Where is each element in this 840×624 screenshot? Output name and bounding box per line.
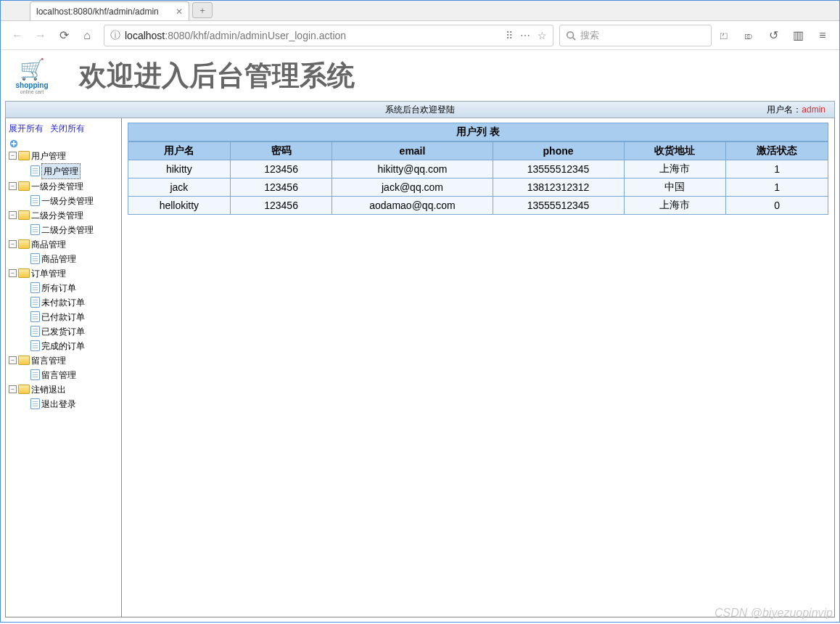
tree-toggle-icon[interactable]: − [9, 385, 17, 393]
tree-leaf-label: 商品管理 [41, 252, 76, 266]
folder-icon [18, 385, 30, 394]
tree-folder-label: 商品管理 [31, 237, 66, 252]
page-title: 欢迎进入后台管理系统 [79, 57, 355, 94]
reader-icon[interactable]: ⠿ [506, 30, 513, 41]
tree-leaf-label: 已付款订单 [41, 310, 85, 324]
window-minimize-button[interactable]: ━ [762, 4, 784, 18]
nav-reload-button[interactable]: ⟳ [53, 25, 75, 46]
table-cell: 123456 [230, 197, 332, 215]
site-logo: 🛒 shopping online cart [7, 57, 57, 94]
tree-folder[interactable]: −注销退出 [9, 382, 118, 397]
main-content: 用户列 表 用户名密码emailphone收货地址激活状态 hikitty123… [122, 118, 834, 617]
tree-leaf[interactable]: 二级分类管理 [20, 223, 118, 237]
sidebar: 展开所有 关闭所有 −用户管理用户管理−一级分类管理一级分类管理−二级分类管理二… [6, 118, 122, 617]
folder-icon [18, 210, 30, 220]
tree-folder[interactable]: −留言管理 [9, 353, 118, 368]
tree-leaf-label: 所有订单 [41, 281, 76, 295]
tree-leaf[interactable]: 已付款订单 [20, 310, 118, 324]
logo-subtext: online cart [7, 89, 57, 94]
table-cell: aodamao@qq.com [332, 197, 493, 215]
file-icon [30, 326, 40, 337]
tree-leaf[interactable]: 所有订单 [20, 281, 118, 295]
url-bar[interactable]: ⓘ localhost:8080/khf/admin/adminUser_log… [104, 25, 553, 46]
table-header: 密码 [230, 142, 332, 160]
search-placeholder: 搜索 [580, 29, 599, 42]
nav-back-button[interactable]: ← [7, 25, 28, 46]
table-cell: hikitty [128, 160, 231, 178]
tab-title: localhost:8080/khf/admin/admin [36, 7, 159, 17]
tree-folder[interactable]: −二级分类管理 [9, 208, 118, 223]
file-icon [30, 282, 40, 293]
file-icon [30, 224, 40, 235]
table-cell: hellokitty [128, 197, 231, 215]
tree-folder[interactable]: −商品管理 [9, 237, 118, 252]
nav-tree: −用户管理用户管理−一级分类管理一级分类管理−二级分类管理二级分类管理−商品管理… [9, 138, 118, 411]
tree-folder[interactable]: −一级分类管理 [9, 179, 118, 194]
tree-leaf[interactable]: 退出登录 [20, 397, 118, 411]
svg-line-1 [573, 37, 576, 40]
browser-tab[interactable]: localhost:8080/khf/admin/admin ✕ [30, 1, 189, 20]
tree-leaf[interactable]: 已发货订单 [20, 324, 118, 339]
tree-leaf-label: 留言管理 [41, 368, 76, 382]
tree-toggle-icon[interactable]: − [9, 269, 17, 277]
tree-folder[interactable]: −用户管理 [9, 149, 118, 163]
table-header: 用户名 [128, 142, 231, 160]
logo-text: shopping [7, 81, 57, 89]
tree-folder-label: 留言管理 [31, 353, 66, 368]
tree-leaf[interactable]: 一级分类管理 [20, 194, 118, 208]
watermark: CSDN @biyezuopinvip [715, 607, 833, 620]
table-cell: 13555512345 [493, 160, 624, 178]
tab-close-icon[interactable]: ✕ [176, 7, 183, 17]
sidebar-icon[interactable]: ▥ [787, 25, 809, 46]
table-cell: 1 [726, 178, 828, 197]
tree-leaf[interactable]: 未付款订单 [20, 295, 118, 310]
tree-leaf[interactable]: 商品管理 [20, 252, 118, 266]
bookmark-icon[interactable]: ☆ [538, 30, 547, 41]
window-close-button[interactable]: ✕ [804, 4, 838, 18]
table-cell: jack@qq.com [332, 178, 493, 197]
user-label: 用户名： [767, 104, 802, 115]
file-icon [30, 369, 40, 380]
svg-rect-4 [13, 141, 15, 146]
tree-toggle-icon[interactable]: − [9, 182, 17, 190]
tree-toggle-icon[interactable]: − [9, 240, 17, 248]
tree-folder-label: 注销退出 [31, 382, 66, 397]
tree-folder-label: 用户管理 [31, 149, 66, 163]
table-row: jack123456jack@qq.com13812312312中国1 [128, 178, 828, 197]
collapse-all-link[interactable]: 关闭所有 [50, 123, 85, 134]
table-cell: 上海市 [624, 197, 726, 215]
folder-icon [18, 151, 30, 160]
new-tab-button[interactable]: ＋ [192, 2, 213, 18]
library-icon[interactable]: ⏍ [713, 25, 735, 46]
search-box[interactable]: 搜索 [559, 25, 712, 46]
site-info-icon[interactable]: ⓘ [110, 29, 120, 42]
table-header: phone [493, 142, 624, 160]
tree-leaf[interactable]: 用户管理 [20, 163, 118, 179]
refresh-icon[interactable]: ↺ [762, 25, 784, 46]
tree-leaf[interactable]: 完成的订单 [20, 339, 118, 353]
page-actions-icon[interactable]: ⋯ [520, 30, 530, 41]
table-cell: hikitty@qq.com [332, 160, 493, 178]
file-icon [30, 253, 40, 264]
tree-toggle-icon[interactable]: − [9, 211, 17, 219]
tree-toggle-icon[interactable]: − [9, 356, 17, 364]
tree-leaf-label: 未付款订单 [41, 295, 85, 310]
table-cell: 13555512345 [493, 197, 624, 215]
window-maximize-button[interactable]: ▭ [783, 4, 805, 18]
tree-folder-label: 订单管理 [31, 266, 66, 281]
folder-icon [18, 356, 30, 365]
nav-forward-button[interactable]: → [30, 25, 52, 46]
tree-folder-label: 一级分类管理 [31, 179, 83, 194]
table-header: email [332, 142, 493, 160]
tree-leaf[interactable]: 留言管理 [20, 368, 118, 382]
table-cell: 上海市 [624, 160, 726, 178]
tree-toggle-icon[interactable]: − [9, 152, 17, 160]
nav-home-button[interactable]: ⌂ [76, 25, 98, 46]
screenshot-icon[interactable]: ⎄ [738, 25, 759, 46]
tree-leaf-label: 完成的订单 [41, 339, 85, 353]
tree-folder[interactable]: −订单管理 [9, 266, 118, 281]
table-cell: 123456 [230, 160, 332, 178]
file-icon [30, 165, 40, 176]
expand-all-link[interactable]: 展开所有 [9, 123, 44, 134]
menu-icon[interactable]: ≡ [812, 25, 833, 46]
